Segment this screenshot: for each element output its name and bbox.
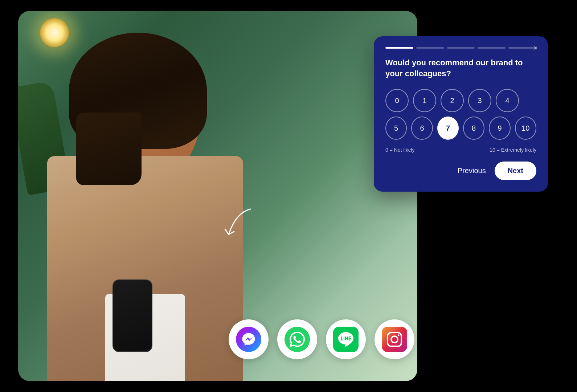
next-button[interactable]: Next (495, 162, 536, 180)
instagram-icon (382, 327, 407, 352)
rating-btn-9[interactable]: 9 (489, 117, 510, 140)
progress-bar (385, 47, 536, 49)
rating-btn-2[interactable]: 2 (441, 89, 464, 112)
whatsapp-icon-circle[interactable] (277, 319, 317, 359)
previous-button[interactable]: Previous (458, 167, 486, 175)
number-row-2: 5 6 7 8 9 10 (385, 117, 536, 140)
scale-label-right: 10 = Extremely likely (490, 147, 536, 153)
scale-label-left: 0 = Not likely (385, 147, 415, 153)
number-row-1: 0 1 2 3 4 (385, 89, 536, 112)
whatsapp-icon (285, 327, 310, 352)
rating-btn-5[interactable]: 5 (385, 117, 407, 140)
rating-btn-7[interactable]: 7 (437, 117, 459, 140)
progress-segment-1 (385, 47, 413, 49)
line-icon (333, 327, 359, 352)
rating-btn-4[interactable]: 4 (496, 89, 519, 112)
line-icon-circle[interactable] (326, 319, 366, 359)
scale-labels: 0 = Not likely 10 = Extremely likely (385, 147, 536, 153)
progress-segment-2 (416, 47, 444, 49)
rating-btn-10[interactable]: 10 (515, 117, 536, 140)
rating-btn-1[interactable]: 1 (413, 89, 436, 112)
social-icons-row (229, 319, 414, 359)
background-photo (18, 11, 417, 381)
messenger-icon (236, 327, 261, 352)
progress-segment-4 (478, 47, 506, 49)
rating-btn-3[interactable]: 3 (468, 89, 491, 112)
rating-btn-8[interactable]: 8 (463, 117, 484, 140)
number-grid: 0 1 2 3 4 5 6 7 8 9 10 (385, 89, 536, 140)
instagram-icon-circle[interactable] (375, 319, 414, 359)
rating-btn-6[interactable]: 6 (411, 117, 433, 140)
rating-btn-0[interactable]: 0 (385, 89, 409, 112)
scene: × Would you recommend our brand to your … (0, 0, 577, 392)
survey-card: × Would you recommend our brand to your … (374, 36, 548, 192)
arrow-decoration (221, 205, 258, 250)
messenger-icon-circle[interactable] (229, 319, 269, 359)
phone-device (112, 279, 152, 352)
survey-question: Would you recommend our brand to your co… (385, 57, 536, 79)
progress-segment-3 (447, 47, 475, 49)
action-row: Previous Next (385, 162, 536, 180)
close-button[interactable]: × (531, 43, 541, 53)
woman-hair (69, 33, 207, 149)
